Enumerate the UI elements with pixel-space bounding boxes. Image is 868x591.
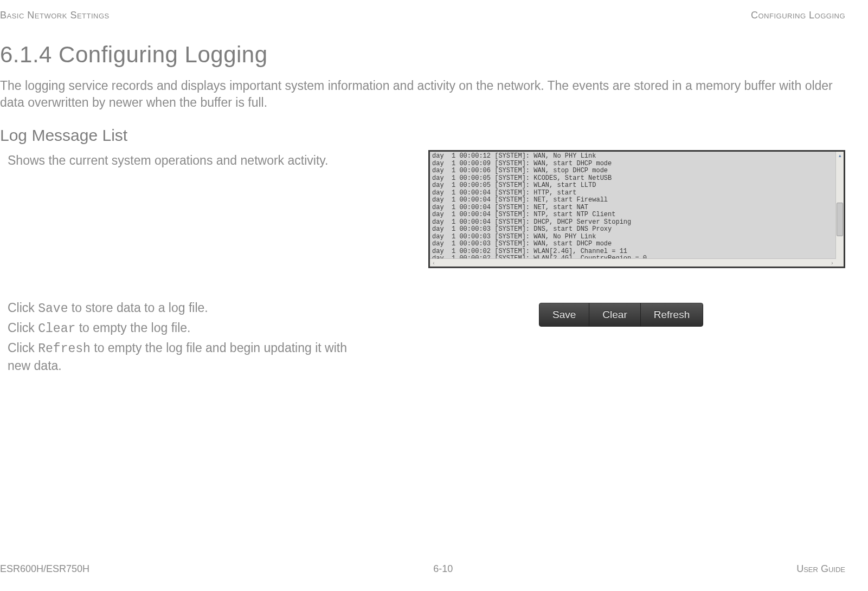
running-footer: ESR600H/ESR750H 6-10 User Guide	[0, 563, 845, 575]
scroll-left-icon[interactable]: ‹	[430, 260, 438, 266]
sub-heading: Log Message List	[0, 126, 845, 145]
vertical-scrollbar[interactable]: ▴	[835, 152, 844, 267]
clear-button[interactable]: Clear	[589, 303, 640, 326]
refresh-button[interactable]: Refresh	[641, 303, 703, 326]
instr-refresh-code: Refresh	[38, 342, 91, 356]
footer-center: 6-10	[433, 563, 453, 575]
header-left: Basic Network Settings	[0, 10, 110, 21]
footer-left: ESR600H/ESR750H	[0, 563, 89, 575]
instr-save-post: to store data to a log file.	[68, 301, 208, 315]
page-title: 6.1.4 Configuring Logging	[0, 42, 845, 68]
horizontal-scrollbar[interactable]: ‹ ›	[430, 258, 836, 267]
instr-clear-code: Clear	[38, 322, 75, 336]
instruction-block: Click Save to store data to a log file. …	[8, 300, 355, 376]
instr-save-pre: Click	[8, 301, 38, 315]
instr-refresh-pre: Click	[8, 341, 38, 355]
scroll-thumb[interactable]	[837, 203, 843, 236]
action-button-bar: Save Clear Refresh	[539, 303, 703, 327]
running-header: Basic Network Settings Configuring Loggi…	[0, 10, 845, 32]
footer-right: User Guide	[796, 563, 845, 575]
scroll-right-icon[interactable]: ›	[828, 260, 836, 266]
header-right: Configuring Logging	[751, 10, 845, 21]
intro-text: The logging service records and displays…	[0, 77, 845, 111]
instr-save-code: Save	[38, 302, 68, 316]
instr-clear-post: to empty the log file.	[75, 321, 190, 335]
log-description: Shows the current system operations and …	[8, 153, 420, 168]
log-text-area[interactable]: day 1 00:00:12 [SYSTEM]: WAN, No PHY Lin…	[430, 152, 835, 267]
scroll-up-icon[interactable]: ▴	[836, 152, 844, 159]
save-button[interactable]: Save	[539, 303, 589, 326]
instr-clear-pre: Click	[8, 321, 38, 335]
log-panel: day 1 00:00:12 [SYSTEM]: WAN, No PHY Lin…	[428, 150, 845, 268]
